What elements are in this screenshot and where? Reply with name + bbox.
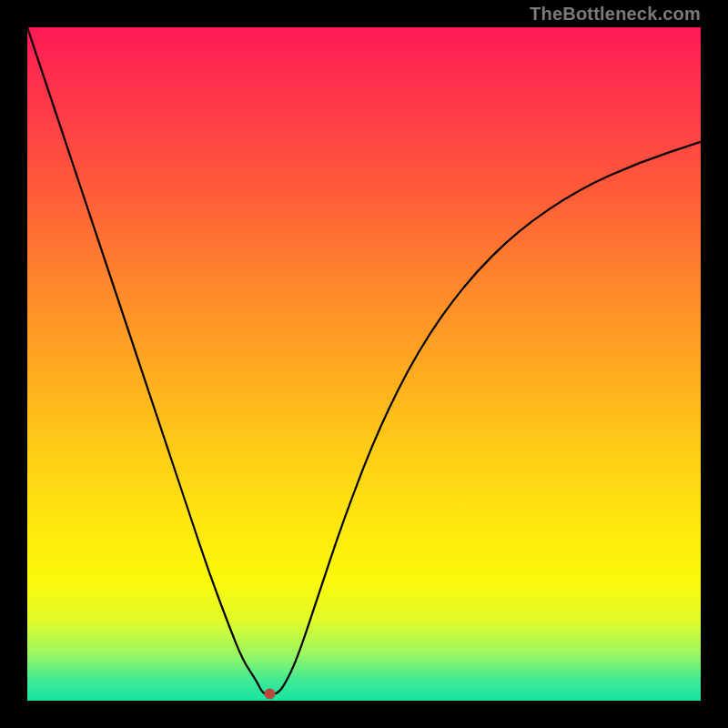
minimum-marker	[264, 689, 275, 700]
watermark-text: TheBottleneck.com	[530, 4, 701, 25]
curve-svg	[27, 27, 701, 701]
bottleneck-curve	[27, 27, 701, 694]
plot-area	[27, 27, 701, 701]
chart-frame: TheBottleneck.com	[0, 0, 728, 728]
